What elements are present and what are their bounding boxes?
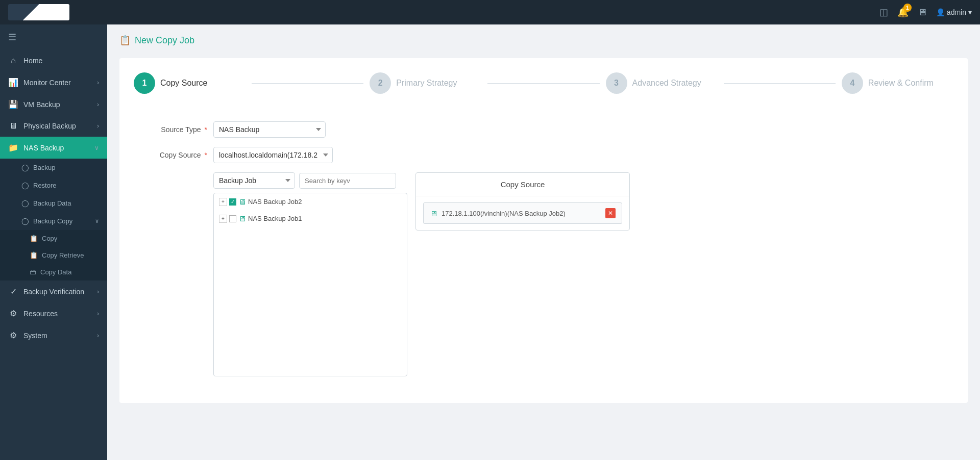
page-title: New Copy Job [135,35,194,46]
tree-item-nas-job2[interactable]: + ✓ 🖥 NAS Backup Job2 [214,193,407,210]
form-section: Source Type * NAS Backup Copy Source * l… [134,109,953,389]
sidebar-item-resources[interactable]: ⚙ Resources › [0,302,107,324]
sidebar-item-label: System [23,331,47,340]
user-icon: 👤 [936,8,945,16]
backup-copy-bullet-icon: ◯ [21,217,29,225]
step-4-circle: 4 [842,72,863,94]
sidebar-item-copy[interactable]: 📋 Copy [0,230,107,247]
user-chevron-icon: ▾ [968,8,972,16]
chevron-right-icon: › [97,101,99,108]
copy-source-select[interactable]: localhost.localdomain(172.18.2 [213,147,333,163]
step-2-circle: 2 [370,72,391,94]
search-input[interactable] [299,173,396,189]
topbar-right: ◫ 🔔 1 🖥 👤 admin ▾ [879,7,972,18]
copy-icon: 📋 [30,235,38,242]
messages-icon[interactable]: ◫ [879,7,888,18]
step-divider-3 [724,83,836,84]
chevron-down-icon: ∨ [95,218,99,224]
chevron-right-icon: › [97,288,99,295]
restore-bullet-icon: ◯ [21,182,29,189]
resources-icon: ⚙ [8,309,18,318]
chevron-right-icon: › [97,310,99,317]
tree-checkbox-checked[interactable]: ✓ [229,198,236,206]
tree-item-nas-job1[interactable]: + 🖥 NAS Backup Job1 [214,210,407,227]
physical-backup-icon: 🖥 [8,121,18,131]
tree-checkbox-unchecked[interactable] [229,215,236,222]
backup-bullet-icon: ◯ [21,164,29,171]
copy-data-icon: 🗃 [30,268,36,276]
copy-source-required: * [205,151,207,159]
tree-section: Backup Job + ✓ 🖥 [213,172,407,376]
backup-copy-submenu: 📋 Copy 📋 Copy Retrieve 🗃 Copy Data [0,230,107,280]
logo [8,4,69,20]
step-3-label: Advanced Strategy [632,79,701,88]
notification-badge: 1 [903,4,912,12]
sidebar-item-restore[interactable]: ◯ Restore [0,176,107,194]
sidebar-item-label: Backup Verification [23,288,84,296]
verification-icon: ✓ [8,287,18,296]
tree-item-label: NAS Backup Job1 [248,215,302,222]
copy-retrieve-icon: 📋 [30,251,38,259]
notifications-icon[interactable]: 🔔 1 [897,7,909,18]
vm-backup-icon: 💾 [8,99,18,109]
step-1-circle: 1 [134,72,155,94]
sidebar-item-system[interactable]: ⚙ System › [0,324,107,346]
sidebar-item-copy-retrieve[interactable]: 📋 Copy Retrieve [0,247,107,264]
expand-button[interactable]: + [219,215,227,223]
sidebar-item-copy-data[interactable]: 🗃 Copy Data [0,264,107,280]
filter-type-select[interactable]: Backup Job [213,172,295,189]
tree-panel: + ✓ 🖥 NAS Backup Job2 + [213,193,407,376]
sidebar-item-backup-data[interactable]: ◯ Backup Data [0,194,107,212]
sidebar-item-nas-backup[interactable]: 📁 NAS Backup ∨ [0,137,107,159]
expand-button[interactable]: + [219,198,227,206]
sidebar-item-backup-copy[interactable]: ◯ Backup Copy ∨ [0,212,107,230]
new-copy-job-icon: 📋 [119,35,131,46]
nas-backup-submenu: ◯ Backup ◯ Restore ◯ Backup Data ◯ Backu… [0,159,107,280]
remove-copy-source-button[interactable]: ✕ [605,208,616,218]
chevron-right-icon: › [97,332,99,339]
nas-job-icon: 🖥 [238,214,246,223]
sidebar-item-backup-verification[interactable]: ✓ Backup Verification › [0,280,107,302]
system-icon: ⚙ [8,330,18,340]
sidebar: ☰ ⌂ Home 📊 Monitor Center › 💾 VM Backup … [0,24,107,460]
step-1-number: 1 [142,79,147,88]
sidebar-item-label: Monitor Center [23,79,71,87]
backup-data-bullet-icon: ◯ [21,199,29,207]
sidebar-toggle-button[interactable]: ☰ [0,24,107,50]
step-2-label: Primary Strategy [396,79,457,88]
copy-source-row: Copy Source * localhost.localdomain(172.… [146,147,941,163]
copy-source-item-info: 🖥 172.18.1.100(/vinchin)(NAS Backup Job2… [430,209,566,218]
source-type-select[interactable]: NAS Backup [213,121,326,138]
sidebar-item-label: NAS Backup [23,144,64,152]
sidebar-item-backup[interactable]: ◯ Backup [0,159,107,176]
sidebar-sub-item-label: Backup [33,164,55,171]
step-divider-1 [252,83,363,84]
main-layout: ☰ ⌂ Home 📊 Monitor Center › 💾 VM Backup … [0,24,980,460]
step-4-label: Review & Confirm [868,79,934,88]
copy-source-panel-title: Copy Source [416,173,629,196]
sidebar-item-home[interactable]: ⌂ Home [0,50,107,71]
sidebar-sub-item-label: Backup Data [33,199,71,207]
wizard-steps: 1 Copy Source 2 Primary Strategy 3 Ad [134,72,953,94]
nas-job-icon: 🖥 [238,197,246,206]
sidebar-item-monitor[interactable]: 📊 Monitor Center › [0,71,107,93]
wizard-step-3: 3 Advanced Strategy [606,72,718,94]
source-type-row: Source Type * NAS Backup [146,121,941,138]
sidebar-item-vm-backup[interactable]: 💾 VM Backup › [0,93,107,115]
right-panel: Copy Source 🖥 172.18.1.100(/vinchin)(NAS… [415,172,630,231]
home-icon: ⌂ [8,56,18,65]
step-1-label: Copy Source [160,79,208,88]
monitor-center-icon: 📊 [8,78,18,87]
user-menu[interactable]: 👤 admin ▾ [936,8,972,16]
source-type-required: * [205,125,207,134]
source-type-label: Source Type * [146,125,207,134]
content-area: 📋 New Copy Job 1 Copy Source 2 Primary [107,24,980,460]
copy-source-selected-item: 🖥 172.18.1.100(/vinchin)(NAS Backup Job2… [423,202,622,224]
step-3-circle: 3 [606,72,627,94]
sidebar-item-label: Physical Backup [23,122,76,130]
monitor-icon[interactable]: 🖥 [918,7,927,18]
wizard-step-4: 4 Review & Confirm [842,72,953,94]
tree-item-label: NAS Backup Job2 [248,198,302,206]
sidebar-item-physical-backup[interactable]: 🖥 Physical Backup › [0,115,107,137]
wizard-step-2: 2 Primary Strategy [370,72,481,94]
